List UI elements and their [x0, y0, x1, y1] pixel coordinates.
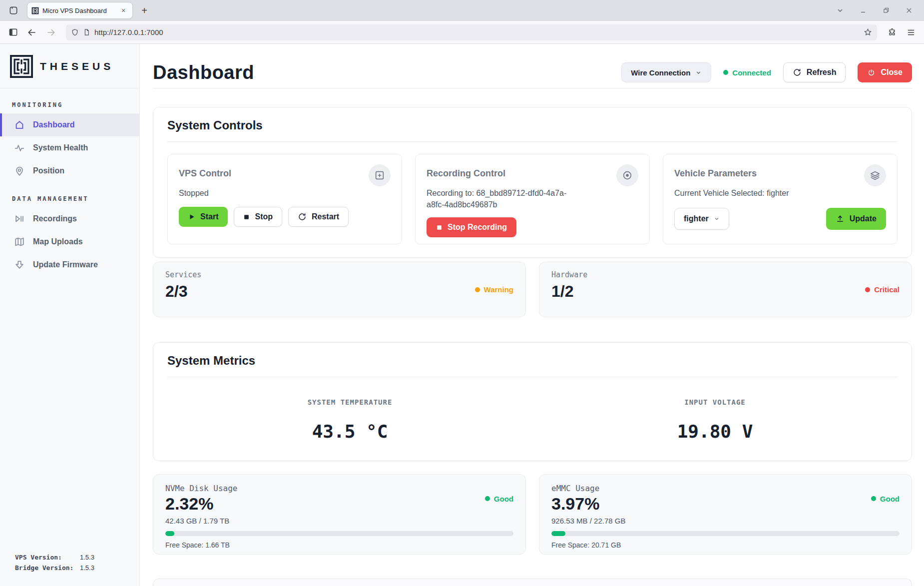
nvme-status-label: Good	[494, 495, 513, 503]
next-card-edge	[153, 579, 912, 586]
nvme-status-badge: Good	[485, 495, 513, 503]
voltage-value: 19.80 V	[532, 421, 898, 442]
new-tab-button[interactable]: +	[137, 3, 152, 18]
system-metrics-card: System Metrics SYSTEM TEMPERATURE 43.5 °…	[153, 342, 912, 461]
temperature-value: 43.5 °C	[167, 421, 532, 442]
hardware-title: Hardware	[551, 270, 587, 279]
browser-toolbar: http://127.0.0.1:7000	[0, 21, 924, 44]
system-metrics-title: System Metrics	[167, 354, 898, 368]
temperature-label: SYSTEM TEMPERATURE	[167, 398, 532, 406]
close-button[interactable]: Close	[858, 62, 912, 82]
connection-status-label: Connected	[732, 68, 771, 77]
stop-button[interactable]: Stop	[234, 207, 282, 227]
browser-tab[interactable]: Micro VPS Dashboard ×	[27, 2, 133, 19]
emmc-free-space: Free Space: 20.71 GB	[551, 541, 900, 549]
services-status-label: Warning	[484, 285, 513, 294]
services-status-badge: Warning	[475, 285, 513, 294]
sidebar-item-dashboard[interactable]: Dashboard	[0, 113, 139, 136]
tab-list-chevron-icon[interactable]	[833, 3, 847, 17]
status-dot-icon	[871, 496, 876, 501]
sidebar-item-label: Position	[33, 166, 64, 175]
back-button[interactable]	[24, 24, 40, 40]
page-info-icon[interactable]	[83, 28, 90, 36]
forward-button[interactable]	[43, 24, 59, 40]
sidebar-item-system-health[interactable]: System Health	[0, 136, 139, 159]
emmc-percent: 3.97%	[551, 494, 599, 514]
update-button[interactable]: Update	[826, 208, 886, 230]
window-close-button[interactable]	[902, 3, 916, 17]
url-bar[interactable]: http://127.0.0.1:7000	[66, 24, 877, 40]
page-title: Dashboard	[153, 62, 254, 83]
voltage-label: INPUT VOLTAGE	[532, 398, 898, 406]
sidebar: THESEUS MONITORING Dashboard System Heal…	[0, 44, 140, 586]
power-icon	[867, 68, 876, 77]
sidebar-item-label: Dashboard	[33, 120, 75, 129]
tab-title: Micro VPS Dashboard	[42, 7, 115, 14]
nav-section-monitoring: MONITORING	[0, 88, 139, 113]
status-dot-icon	[865, 287, 870, 292]
bridge-version-label: Bridge Version:	[15, 563, 80, 573]
vps-control-card: VPS Control Stopped Start	[167, 154, 402, 244]
restart-icon	[298, 212, 307, 221]
window-minimize-button[interactable]	[856, 3, 870, 17]
vps-version-label: VPS Version:	[15, 552, 80, 563]
connection-type-dropdown[interactable]: Wire Connection	[621, 62, 711, 82]
status-dot-icon	[723, 70, 728, 75]
theseus-logo	[10, 55, 33, 78]
brand-wordmark: THESEUS	[40, 60, 114, 72]
sidebar-toggle-icon[interactable]	[5, 24, 21, 40]
vehicle-selected-text: Current Vehicle Selected: fighter	[674, 187, 886, 199]
sidebar-item-position[interactable]: Position	[0, 159, 139, 182]
hardware-value: 1/2	[551, 282, 587, 301]
nvme-progress-fill	[165, 531, 174, 536]
nvme-title: NVMe Disk Usage	[165, 484, 238, 493]
stop-recording-button[interactable]: Stop Recording	[427, 217, 516, 237]
recording-control-card: Recording Control Recording to: 68_bbd89…	[415, 154, 650, 244]
vehicle-parameters-card: Vehicle Parameters Current Vehicle Selec…	[663, 154, 898, 244]
status-dot-icon	[485, 496, 490, 501]
status-dot-icon	[475, 287, 480, 292]
vehicle-select-dropdown[interactable]: fighter	[674, 208, 729, 230]
recording-control-title: Recording Control	[427, 164, 505, 179]
hardware-status-label: Critical	[874, 285, 900, 294]
sidebar-item-update-firmware[interactable]: Update Firmware	[0, 253, 139, 276]
services-stat-card: Services 2/3 Warning	[153, 262, 526, 317]
record-icon	[616, 164, 638, 186]
extensions-puzzle-icon[interactable]	[884, 24, 900, 40]
sidebar-item-recordings[interactable]: Recordings	[0, 207, 139, 230]
refresh-label: Refresh	[807, 68, 837, 77]
start-label: Start	[200, 212, 218, 221]
tab-close-icon[interactable]: ×	[118, 5, 128, 15]
emmc-status-badge: Good	[871, 495, 900, 503]
window-restore-button[interactable]	[879, 3, 893, 17]
refresh-icon	[793, 68, 802, 77]
upload-icon	[836, 214, 845, 223]
emmc-progress-bar	[551, 531, 900, 536]
sidebar-item-label: Recordings	[33, 214, 77, 223]
sidebar-item-label: System Health	[33, 143, 88, 152]
start-button[interactable]: Start	[179, 207, 228, 227]
nvme-free-space: Free Space: 1.66 TB	[165, 541, 513, 549]
menu-hamburger-icon[interactable]	[903, 24, 919, 40]
nvme-progress-bar	[165, 531, 513, 536]
map-pin-icon	[14, 165, 25, 176]
vps-status-text: Stopped	[179, 187, 391, 199]
vehicle-select-value: fighter	[684, 214, 709, 223]
vehicle-parameters-title: Vehicle Parameters	[674, 164, 757, 179]
restart-button[interactable]: Restart	[288, 207, 349, 227]
connection-status: Connected	[723, 68, 771, 77]
brand: THESEUS	[0, 44, 139, 88]
map-icon	[14, 236, 25, 247]
shield-icon[interactable]	[71, 28, 79, 36]
url-text[interactable]: http://127.0.0.1:7000	[94, 28, 860, 36]
update-label: Update	[850, 214, 877, 223]
plus-square-icon	[369, 164, 391, 186]
stop-recording-label: Stop Recording	[448, 223, 507, 232]
sidebar-item-map-uploads[interactable]: Map Uploads	[0, 230, 139, 253]
bookmark-star-icon[interactable]	[864, 28, 872, 36]
voltage-metric: INPUT VOLTAGE 19.80 V	[532, 398, 898, 442]
firefox-view-icon[interactable]	[5, 3, 22, 18]
refresh-button[interactable]: Refresh	[783, 62, 846, 82]
emmc-progress-fill	[551, 531, 565, 536]
bridge-version-value: 1.5.3	[80, 563, 94, 573]
